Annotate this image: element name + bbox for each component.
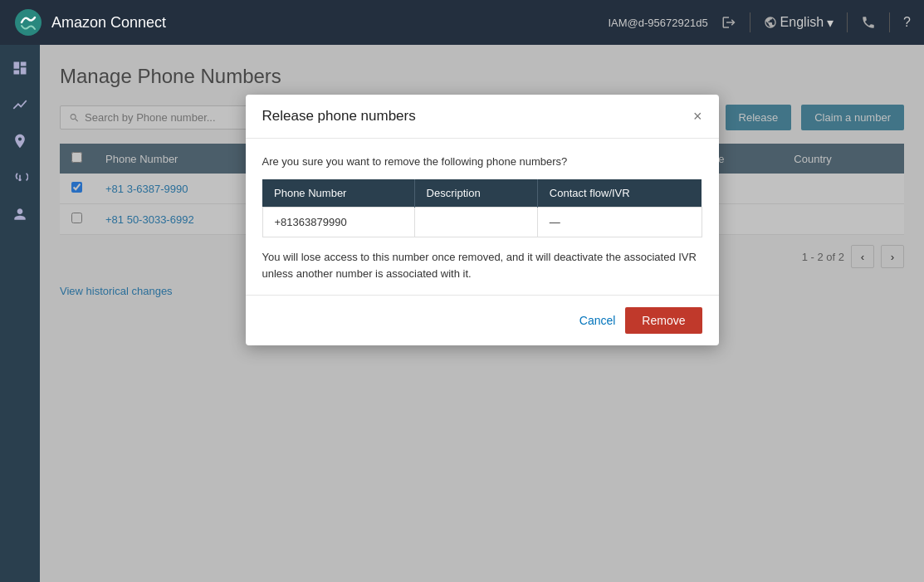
nav-divider-3 (889, 12, 890, 32)
modal-body: Are you sure you want to remove the foll… (246, 139, 719, 295)
sidebar (0, 45, 40, 582)
nav-user: IAM@d-95672921d5 (608, 17, 707, 29)
sidebar-item-routing[interactable] (3, 125, 37, 158)
modal-desc (414, 208, 537, 237)
main-content: Manage Phone Numbers Release Claim a num… (40, 45, 924, 582)
modal-phone: +81363879990 (262, 208, 414, 237)
language-label: English (780, 15, 824, 30)
modal-col-desc: Description (414, 179, 537, 208)
logout-button[interactable] (721, 15, 736, 30)
modal-title: Release phone numbers (262, 108, 416, 125)
app-logo: Amazon Connect (13, 7, 166, 37)
app-name: Amazon Connect (51, 14, 166, 32)
language-arrow: ▾ (827, 15, 834, 31)
language-button[interactable]: English ▾ (764, 15, 834, 31)
modal-table-row: +81363879990 — (262, 208, 702, 237)
modal-table: Phone Number Description Contact flow/IV… (262, 179, 702, 237)
modal-flow: — (537, 208, 702, 237)
remove-button[interactable]: Remove (625, 307, 702, 334)
help-button[interactable]: ? (903, 15, 911, 30)
modal-header: Release phone numbers × (246, 95, 719, 139)
app-logo-icon (13, 7, 43, 37)
modal-col-phone: Phone Number (262, 179, 414, 208)
modal-col-flow: Contact flow/IVR (537, 179, 702, 208)
modal-overlay: Release phone numbers × Are you sure you… (40, 45, 924, 582)
layout: Manage Phone Numbers Release Claim a num… (0, 45, 924, 582)
sidebar-item-dashboard[interactable] (3, 51, 37, 85)
sidebar-item-users[interactable] (3, 198, 37, 231)
svg-point-0 (15, 9, 42, 36)
modal-warning: You will lose access to this number once… (262, 249, 702, 281)
modal: Release phone numbers × Are you sure you… (246, 95, 719, 345)
nav-right: IAM@d-95672921d5 English ▾ ? (608, 12, 911, 32)
modal-question: Are you sure you want to remove the foll… (262, 155, 702, 168)
sidebar-item-channels[interactable] (3, 161, 37, 194)
sidebar-item-metrics[interactable] (3, 88, 37, 121)
modal-close-button[interactable]: × (693, 109, 702, 124)
nav-divider-2 (847, 12, 848, 32)
nav-user-text: IAM@d-95672921d5 (608, 17, 707, 29)
phone-button[interactable] (861, 15, 876, 30)
cancel-button[interactable]: Cancel (579, 314, 616, 327)
modal-footer: Cancel Remove (246, 295, 719, 345)
top-nav: Amazon Connect IAM@d-95672921d5 English … (0, 0, 924, 45)
nav-divider (750, 12, 750, 32)
